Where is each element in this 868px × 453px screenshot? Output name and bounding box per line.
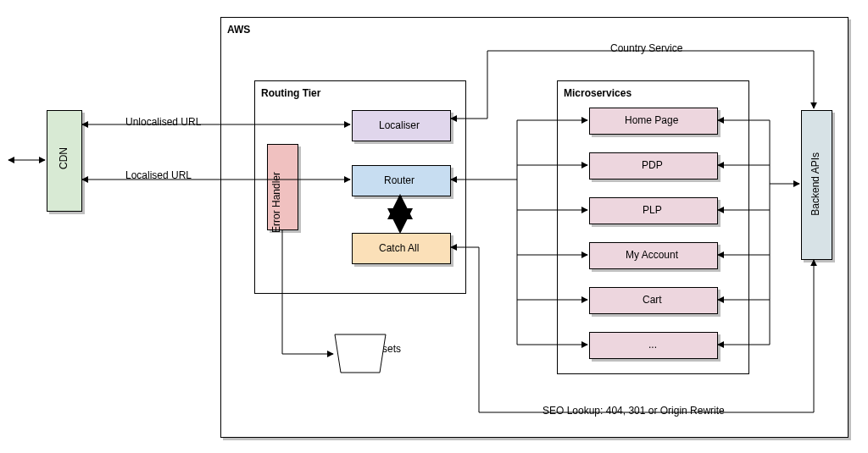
connectors-layer: [0, 0, 868, 453]
svg-marker-0: [335, 334, 386, 373]
diagram-canvas: AWS Routing Tier Microservices CDN Error…: [0, 0, 868, 453]
